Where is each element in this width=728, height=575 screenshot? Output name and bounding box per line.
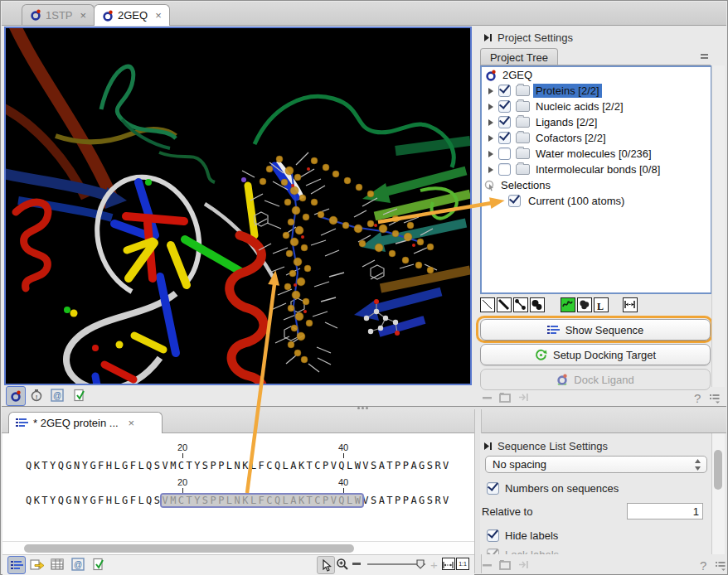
checkbox[interactable] xyxy=(487,482,499,495)
relative-to-field[interactable]: 1 xyxy=(627,503,703,519)
validate-button[interactable] xyxy=(70,386,89,404)
tree-item-nucleic-acids[interactable]: Nucleic acids [2/2] xyxy=(482,99,711,114)
tab-project-tree[interactable]: Project Tree xyxy=(480,48,558,65)
checkbox[interactable] xyxy=(498,116,511,128)
setup-docking-target-button[interactable]: Setup Docking Target xyxy=(480,344,711,365)
sequence-view-mode-button[interactable] xyxy=(7,556,26,574)
tree-item-cofactors[interactable]: Cofactors [2/2] xyxy=(482,130,711,146)
sequence-settings-panel: Sequence List Settings No spacing Number… xyxy=(480,433,724,554)
expand-arrow-icon[interactable] xyxy=(488,167,493,173)
table-icon xyxy=(51,558,64,570)
dock-ligand-button[interactable]: Dock Ligand xyxy=(480,369,711,390)
settings-scrollbar[interactable] xyxy=(711,433,725,554)
table-view-button[interactable] xyxy=(49,556,66,573)
check-document-icon xyxy=(92,558,105,571)
tree-item-water-molecules[interactable]: Water molecules [0/236] xyxy=(482,146,711,162)
sidebar-toggle-icon[interactable] xyxy=(483,442,493,451)
expand-arrow-icon[interactable] xyxy=(488,135,493,142)
history-icon: ! xyxy=(30,389,43,402)
tab-2geq-protein[interactable]: * 2GEQ protein ... × xyxy=(8,412,163,433)
wireframe-mode-button[interactable] xyxy=(480,297,495,312)
tab-close-icon[interactable]: × xyxy=(129,417,135,429)
slider-thumb[interactable] xyxy=(417,560,424,568)
tree-selections-header[interactable]: Selections xyxy=(482,177,711,193)
checkbox[interactable] xyxy=(498,85,511,97)
help-icon[interactable]: ? xyxy=(700,558,706,573)
checkbox[interactable] xyxy=(487,529,499,542)
lock-labels-row[interactable]: Lock labels xyxy=(487,548,559,554)
tree-item-ligands[interactable]: Ligands [2/2] xyxy=(482,114,711,130)
backbone-mode-button-active[interactable] xyxy=(561,297,575,312)
minimize-icon[interactable] xyxy=(482,392,493,403)
show-sequence-button[interactable]: Show Sequence xyxy=(480,319,711,341)
checkbox[interactable] xyxy=(498,100,511,113)
panel-menu-icon[interactable] xyxy=(701,54,708,56)
expand-arrow-icon[interactable] xyxy=(488,88,493,94)
project-panel-scrollbar[interactable] xyxy=(711,65,725,387)
zoom-100-button[interactable]: 1:1 xyxy=(456,558,469,570)
stick-mode-button[interactable] xyxy=(497,297,512,312)
checkbox[interactable] xyxy=(498,132,511,144)
sequence-tab-bar: * 2GEQ protein ... × xyxy=(2,409,726,433)
checkbox[interactable] xyxy=(508,195,521,207)
folder-icon xyxy=(516,148,530,159)
checkbox[interactable] xyxy=(498,147,511,160)
molecule-project-mode-button[interactable] xyxy=(6,386,26,406)
tree-root-2geq[interactable]: 2GEQ xyxy=(482,67,711,83)
sequence-row-1[interactable]: QKTYQGNYGFHLGFLQSVMCTYSPPLNKLFCQLAKTCPVQ… xyxy=(26,460,451,471)
pointer-tool-button[interactable] xyxy=(317,556,335,574)
molecule-icon xyxy=(485,70,497,81)
checkbox[interactable] xyxy=(498,163,511,176)
sequence-view[interactable]: 20 40 QKTYQGNYGFHLGFLQSVMCTYSPPLNKLFCQLA… xyxy=(2,433,474,554)
panel-status-left xyxy=(482,559,529,570)
tree-item-current-selection[interactable]: Current (100 atoms) xyxy=(482,193,711,209)
sidebar-toggle-icon[interactable] xyxy=(483,33,493,42)
spacing-dropdown[interactable]: No spacing xyxy=(485,456,707,473)
hide-labels-row[interactable]: Hide labels xyxy=(487,529,558,542)
tab-1stp[interactable]: 1STP × xyxy=(22,4,95,25)
numbers-on-sequences-row[interactable]: Numbers on sequences xyxy=(487,482,619,495)
minimize-icon[interactable] xyxy=(482,559,493,570)
tab-2geq[interactable]: 2GEQ × xyxy=(94,4,170,26)
dock-panel-icon[interactable] xyxy=(517,559,529,570)
folder-outline-icon[interactable] xyxy=(499,559,511,570)
tab-close-icon[interactable]: × xyxy=(155,9,162,22)
sequence-row-2[interactable]: QKTYQGNYGFHLGFLQSVMCTYSPPLNKLFCQLAKTCPVQ… xyxy=(26,495,451,506)
document-tab-bar: 1STP × 2GEQ × xyxy=(2,2,726,26)
sequence-horizontal-scrollbar[interactable] xyxy=(2,541,474,555)
folder-outline-icon[interactable] xyxy=(499,392,511,403)
export-view-button[interactable] xyxy=(28,556,45,573)
dock-panel-icon[interactable] xyxy=(517,392,529,403)
validate-button[interactable] xyxy=(90,556,107,573)
tree-item-intermolecular-bonds[interactable]: Intermolecular bonds [0/8] xyxy=(482,162,711,177)
help-icon[interactable]: ? xyxy=(694,391,701,405)
element-info-button[interactable]: @ xyxy=(70,556,86,573)
expand-arrow-icon[interactable] xyxy=(488,119,493,126)
history-button[interactable]: ! xyxy=(27,386,46,404)
tab-label: 1STP xyxy=(46,9,73,22)
cursor-icon xyxy=(321,559,332,572)
label-mode-button[interactable]: L xyxy=(594,297,609,312)
element-info-button[interactable]: @ xyxy=(48,386,66,404)
distance-measure-button[interactable] xyxy=(623,297,638,312)
panel-list-icon[interactable] xyxy=(709,393,721,403)
checkbox[interactable] xyxy=(487,548,499,554)
surface-mode-button[interactable] xyxy=(577,297,592,312)
tree-item-proteins[interactable]: Proteins [2/2] xyxy=(482,83,711,99)
scrollbar-thumb[interactable] xyxy=(714,450,722,490)
scrollbar-thumb[interactable] xyxy=(24,544,354,553)
spacefill-mode-button[interactable] xyxy=(530,297,545,312)
zoom-in-icon[interactable]: + xyxy=(430,558,438,572)
zoom-slider[interactable] xyxy=(366,558,428,571)
panel-list-icon[interactable] xyxy=(715,560,726,571)
expand-arrow-icon[interactable] xyxy=(488,151,493,157)
ball-stick-mode-button[interactable] xyxy=(513,297,528,312)
tab-close-icon[interactable]: × xyxy=(80,9,87,22)
fit-width-button[interactable] xyxy=(442,558,455,570)
zoom-tool-button[interactable] xyxy=(334,556,351,573)
molecule-3d-viewport[interactable] xyxy=(4,27,472,385)
sequence-selection[interactable]: VMCTYSPPLNKLFCQLAKTCPVQLW xyxy=(162,495,362,506)
panel-status-right: ? xyxy=(700,558,726,573)
zoom-out-icon[interactable] xyxy=(352,563,361,565)
expand-arrow-icon[interactable] xyxy=(488,104,493,110)
